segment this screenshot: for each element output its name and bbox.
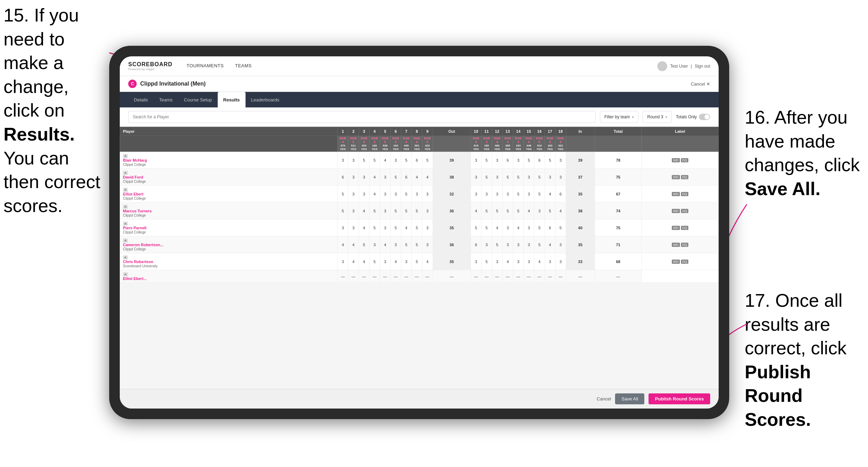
score-hole-2[interactable]: 3 — [348, 186, 359, 203]
score-hole-14[interactable]: 3 — [513, 236, 523, 253]
cancel-tournament-link[interactable]: Cancel ✕ — [691, 81, 710, 87]
score-hole-7[interactable]: 4 — [401, 219, 411, 236]
search-input[interactable] — [128, 111, 596, 123]
score-hole-12[interactable]: 3 — [492, 169, 502, 186]
score-hole-18[interactable]: 3 — [555, 169, 566, 186]
score-hole-16[interactable]: 3 — [534, 203, 545, 219]
score-hole-3[interactable]: 4 — [359, 203, 369, 219]
score-cell[interactable]: — — [523, 270, 534, 283]
score-hole-17[interactable]: 5 — [545, 152, 555, 169]
score-hole-8[interactable]: 6 — [411, 152, 422, 169]
score-hole-2[interactable]: 3 — [348, 219, 359, 236]
score-hole-1[interactable]: 4 — [337, 236, 348, 253]
score-cell[interactable]: — — [401, 270, 411, 283]
score-hole-12[interactable]: 5 — [492, 203, 502, 219]
score-hole-2[interactable]: 4 — [348, 236, 359, 253]
score-cell[interactable]: — — [566, 270, 595, 283]
score-hole-11[interactable]: 5 — [481, 219, 492, 236]
tab-details[interactable]: Details — [128, 92, 154, 107]
score-cell[interactable]: — — [502, 270, 513, 283]
score-hole-5[interactable]: 3 — [380, 203, 390, 219]
score-hole-17[interactable]: 4 — [545, 186, 555, 203]
score-hole-6[interactable]: 3 — [390, 236, 401, 253]
score-hole-9[interactable]: 5 — [422, 152, 433, 169]
score-hole-5[interactable]: 4 — [380, 152, 390, 169]
score-hole-2[interactable]: 4 — [348, 253, 359, 270]
score-hole-1[interactable]: 5 — [337, 186, 348, 203]
score-hole-13[interactable]: 5 — [502, 203, 513, 219]
tab-course-setup[interactable]: Course Setup — [178, 92, 218, 107]
score-hole-12[interactable]: 5 — [492, 236, 502, 253]
score-hole-3[interactable]: 5 — [359, 152, 369, 169]
score-hole-11[interactable]: 5 — [481, 253, 492, 270]
score-hole-3[interactable]: 3 — [359, 186, 369, 203]
score-cell[interactable]: — — [513, 270, 523, 283]
score-hole-17[interactable]: 5 — [545, 203, 555, 219]
publish-button[interactable]: Publish Round Scores — [649, 393, 710, 404]
score-cell[interactable]: — — [481, 270, 492, 283]
score-hole-3[interactable]: 4 — [359, 219, 369, 236]
score-hole-16[interactable]: 6 — [534, 152, 545, 169]
tab-results[interactable]: Results — [218, 92, 246, 107]
score-hole-3[interactable]: 5 — [359, 236, 369, 253]
score-hole-11[interactable]: 5 — [481, 152, 492, 169]
score-hole-3[interactable]: 3 — [359, 169, 369, 186]
score-cell[interactable]: — — [422, 270, 433, 283]
score-cell[interactable]: — — [555, 270, 566, 283]
score-hole-15[interactable]: 3 — [523, 169, 534, 186]
score-hole-10[interactable]: 3 — [471, 152, 481, 169]
totals-only-toggle[interactable] — [699, 114, 710, 120]
score-hole-15[interactable]: 3 — [523, 186, 534, 203]
score-hole-8[interactable]: 5 — [411, 219, 422, 236]
score-hole-18[interactable]: 3 — [555, 152, 566, 169]
score-hole-4[interactable]: 4 — [369, 186, 380, 203]
score-hole-10[interactable]: 3 — [471, 253, 481, 270]
score-hole-6[interactable]: 4 — [390, 253, 401, 270]
score-hole-15[interactable]: 5 — [523, 152, 534, 169]
score-hole-13[interactable]: 5 — [502, 169, 513, 186]
score-hole-7[interactable]: 5 — [401, 152, 411, 169]
score-cell[interactable]: — — [411, 270, 422, 283]
tab-teams[interactable]: Teams — [154, 92, 178, 107]
score-hole-17[interactable]: 3 — [545, 169, 555, 186]
score-hole-10[interactable]: 5 — [471, 219, 481, 236]
score-hole-11[interactable]: 5 — [481, 203, 492, 219]
score-hole-1[interactable]: 5 — [337, 203, 348, 219]
score-cell[interactable]: — — [545, 270, 555, 283]
score-hole-13[interactable]: 3 — [502, 219, 513, 236]
score-hole-10[interactable]: 4 — [471, 203, 481, 219]
score-hole-12[interactable]: 4 — [492, 219, 502, 236]
score-hole-14[interactable]: 5 — [513, 186, 523, 203]
filter-team-dropdown[interactable]: Filter by team ▾ — [600, 111, 639, 123]
score-hole-8[interactable]: 5 — [411, 203, 422, 219]
score-hole-14[interactable]: 5 — [513, 169, 523, 186]
score-hole-4[interactable]: 5 — [369, 219, 380, 236]
score-hole-6[interactable]: 5 — [390, 169, 401, 186]
score-hole-14[interactable]: 3 — [513, 253, 523, 270]
score-hole-16[interactable]: 5 — [534, 186, 545, 203]
signout-link[interactable]: Sign out — [695, 64, 710, 69]
score-hole-15[interactable]: 4 — [523, 203, 534, 219]
score-hole-4[interactable]: 5 — [369, 203, 380, 219]
score-hole-7[interactable]: 5 — [401, 203, 411, 219]
score-hole-10[interactable]: 3 — [471, 169, 481, 186]
score-hole-8[interactable]: 4 — [411, 169, 422, 186]
score-hole-11[interactable]: 3 — [481, 186, 492, 203]
score-hole-9[interactable]: 3 — [422, 203, 433, 219]
score-hole-17[interactable]: 4 — [545, 236, 555, 253]
score-hole-5[interactable]: 4 — [380, 236, 390, 253]
score-hole-13[interactable]: 4 — [502, 253, 513, 270]
score-cell[interactable]: — — [433, 270, 471, 283]
score-hole-16[interactable]: 5 — [534, 219, 545, 236]
score-cell[interactable]: — — [337, 270, 348, 283]
score-hole-1[interactable]: 3 — [337, 253, 348, 270]
score-hole-7[interactable]: 5 — [401, 236, 411, 253]
score-hole-13[interactable]: 6 — [502, 152, 513, 169]
score-hole-9[interactable]: 4 — [422, 253, 433, 270]
score-hole-10[interactable]: 6 — [471, 236, 481, 253]
score-hole-18[interactable]: 5 — [555, 219, 566, 236]
score-hole-10[interactable]: 3 — [471, 186, 481, 203]
score-hole-5[interactable]: 3 — [380, 169, 390, 186]
score-hole-13[interactable]: 3 — [502, 186, 513, 203]
score-hole-12[interactable]: 3 — [492, 152, 502, 169]
